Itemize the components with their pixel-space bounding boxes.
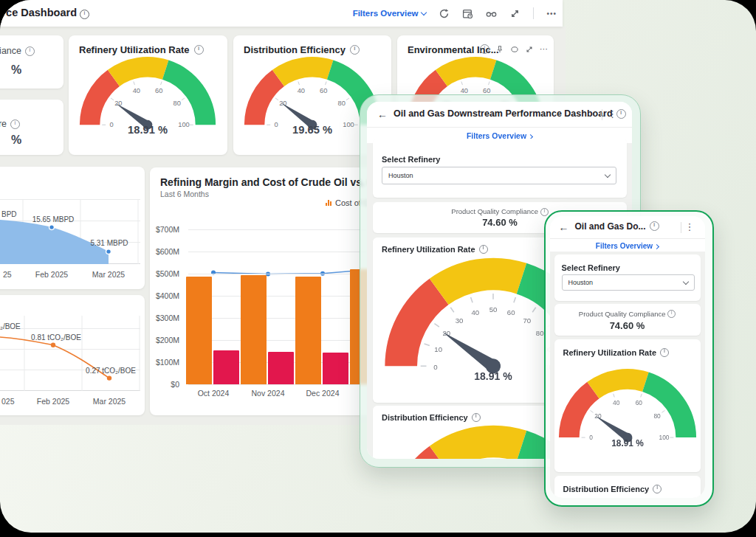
chevron-down-icon (605, 172, 611, 178)
svg-text:80: 80 (173, 100, 181, 107)
back-icon[interactable]: ← (559, 221, 569, 233)
gauge-card-refinery-utilization: Refinery Utilization Rate 020406080100 1… (554, 339, 701, 472)
x-axis-label: 025 (1, 397, 15, 406)
refresh-icon[interactable] (439, 8, 450, 19)
select-refinery-label: Select Refinery (382, 155, 440, 164)
svg-text:30: 30 (456, 316, 464, 325)
gauge-card-refinery-utilization: Refinery Utilization Rate 020406080100 1… (69, 35, 227, 155)
x-axis-label: Mar 2025 (92, 270, 125, 279)
select-refinery-label: Select Refinery (562, 263, 620, 272)
info-icon (80, 10, 89, 19)
data-label: ₂/BOE (0, 322, 21, 330)
kpi-card-compliance: mpliance % (0, 35, 63, 89)
divider (533, 7, 534, 19)
info-icon (667, 310, 676, 318)
card-toolbar: ⋯ (480, 44, 548, 54)
info-icon (472, 413, 481, 422)
svg-text:40: 40 (461, 87, 468, 94)
kpi-label: Product Quality Compliance (579, 310, 666, 318)
y-axis-labels: $700M$600M$500M$400M$300M$200M$100M$0 (150, 229, 184, 384)
svg-text:60: 60 (483, 87, 490, 94)
card-title: Distribution Efficiency (563, 485, 650, 493)
svg-text:100: 100 (178, 121, 190, 128)
info-icon (660, 348, 669, 357)
info-icon (10, 119, 20, 129)
x-axis-label: Feb 2025 (37, 397, 69, 406)
mobile-device-frame: ← Oil and Gas Do... ⋮ Filters Overview S… (544, 210, 714, 507)
refinery-select[interactable]: Houston (562, 274, 695, 291)
card-title: Distribution Efficiency (382, 413, 468, 422)
data-label: 5.31 MBPD (90, 239, 128, 247)
info-icon (540, 208, 549, 216)
data-point (51, 343, 55, 347)
carbon-intensity-chart-card: ₂/BOE 0.81 tCO₂/BOE 0.27 tCO₂/BOE 025 Fe… (0, 295, 145, 415)
data-point (107, 375, 111, 380)
expand-icon[interactable] (525, 45, 534, 54)
info-icon (25, 46, 35, 56)
header-actions: Filters Overview (353, 0, 557, 27)
selected-value: Houston (388, 172, 413, 179)
select-refinery-card: Select Refinery Houston (554, 254, 701, 301)
page-title: Oil and Gas Downstream Performance Dashb… (6, 7, 77, 18)
bar-series-icon (326, 200, 331, 206)
data-point (49, 225, 55, 230)
card-title: Refinery Utilization Rate (563, 348, 657, 357)
kpi-label: re (0, 119, 7, 129)
card-title: Refinery Utilization Rate (79, 44, 190, 55)
filters-overview-link[interactable]: Filters Overview (550, 242, 705, 250)
chevron-down-icon (682, 278, 688, 284)
kpi-value: % (11, 63, 21, 77)
data-point (106, 249, 111, 254)
mobile-title: Oil and Gas Do... (575, 221, 646, 232)
x-axis-label: 25 (3, 270, 12, 279)
schedule-icon[interactable] (462, 8, 473, 19)
area-chart: BPD 15.65 MBPD 5.31 MBPD 25 Feb 2025 Mar… (0, 199, 145, 288)
svg-text:60: 60 (155, 87, 162, 94)
data-label: 0.81 tCO₂/BOE (31, 333, 81, 342)
composite-background: Oil and Gas Downstream Performance Dashb… (0, 0, 756, 533)
svg-text:60: 60 (635, 398, 642, 406)
gauge-card-distribution-efficiency: Distribution Efficiency (554, 476, 701, 498)
svg-text:40: 40 (298, 87, 305, 94)
comment-icon[interactable] (510, 45, 519, 54)
back-icon[interactable]: ← (377, 108, 388, 120)
area-chart-svg: BPD 15.65 MBPD 5.31 MBPD (0, 199, 145, 266)
kpi-label: Product Quality Compliance (451, 207, 538, 215)
svg-text:20: 20 (114, 100, 122, 107)
info-icon (616, 109, 626, 119)
data-label: 0.27 tCO₂/BOE (86, 367, 136, 375)
x-axis-label: Mar 2025 (93, 397, 126, 406)
gauge-chart: 020406080100 18.91 % (75, 56, 220, 137)
info-icon[interactable] (480, 44, 489, 54)
gauge-value: 18.91 % (474, 370, 512, 382)
more-menu-icon[interactable]: ⋯ (540, 44, 548, 54)
refinery-select[interactable]: Houston (382, 167, 616, 184)
divider (602, 109, 602, 120)
expand-icon[interactable] (509, 8, 520, 19)
svg-text:80: 80 (338, 100, 346, 107)
line-chart-svg: ₂/BOE 0.81 tCO₂/BOE 0.27 tCO₂/BOE (0, 316, 145, 392)
gauge-value: 19.65 % (292, 124, 332, 136)
svg-text:40: 40 (471, 308, 479, 316)
view-glasses-icon[interactable] (486, 8, 497, 19)
svg-text:60: 60 (320, 87, 327, 94)
svg-text:100: 100 (343, 121, 354, 128)
mobile-header: ← Oil and Gas Do... ⋮ (550, 216, 705, 239)
card-title: Distribution Efficiency (244, 44, 346, 55)
mobile-screen: ← Oil and Gas Do... ⋮ Filters Overview S… (550, 216, 705, 498)
pin-icon[interactable] (495, 45, 504, 54)
page-title-clip: Oil and Gas Downstream Performance Dashb… (6, 6, 77, 22)
kebab-menu-icon[interactable]: ⋮ (685, 221, 695, 232)
selected-value: Houston (568, 279, 594, 286)
more-menu-icon[interactable]: ••• (546, 10, 557, 18)
desktop-header: Oil and Gas Downstream Performance Dashb… (0, 0, 563, 27)
kebab-menu-icon[interactable]: ⋮ (608, 108, 617, 119)
svg-text:0: 0 (433, 363, 437, 371)
svg-text:100: 100 (659, 434, 669, 441)
filters-overview-label: Filters Overview (596, 242, 653, 250)
filters-overview-link[interactable]: Filters Overview (353, 9, 427, 18)
kpi-label: mpliance (0, 46, 21, 56)
svg-text:40: 40 (612, 398, 619, 406)
kpi-card-product-quality: Product Quality Compliance 74.60 % (554, 304, 701, 336)
tablet-header: ← Oil and Gas Downstream Performance Das… (367, 102, 632, 128)
